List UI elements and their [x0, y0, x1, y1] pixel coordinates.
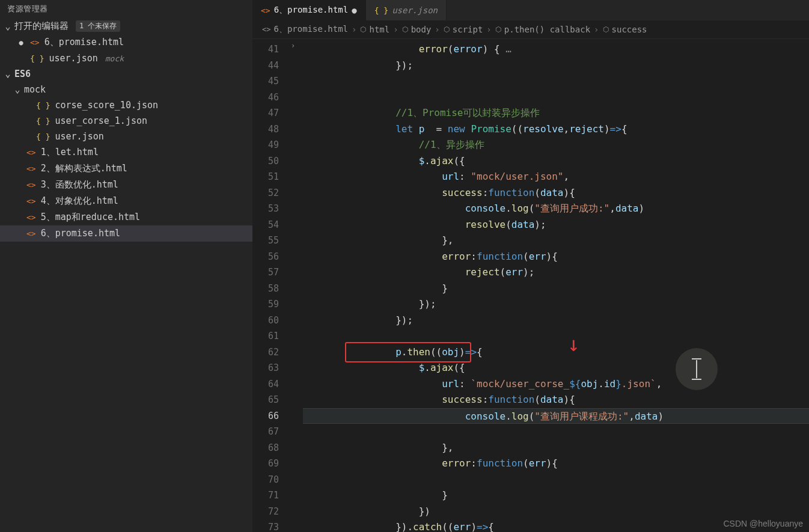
- fold-slot[interactable]: [291, 281, 303, 297]
- html-icon: <>: [26, 164, 36, 173]
- breadcrumb-item[interactable]: ⬡script: [444, 25, 483, 34]
- code-line[interactable]: },: [303, 440, 809, 456]
- file-item[interactable]: <>3、函数优化.html: [0, 177, 252, 193]
- fold-slot[interactable]: [291, 313, 303, 329]
- fold-slot[interactable]: [291, 217, 303, 233]
- fold-slot[interactable]: ›: [291, 41, 303, 58]
- code-editor[interactable]: 4144454647484950515253545556575859606162…: [252, 39, 809, 532]
- fold-slot[interactable]: [291, 264, 303, 281]
- code-line[interactable]: }: [303, 488, 809, 504]
- chevron-right-icon: ›: [392, 25, 399, 34]
- code-line[interactable]: [303, 73, 809, 90]
- fold-slot[interactable]: [291, 344, 303, 361]
- code-line[interactable]: }): [303, 504, 809, 520]
- line-number: 64: [252, 376, 291, 393]
- file-item[interactable]: <>6、promise.html: [0, 225, 252, 242]
- fold-slot[interactable]: [291, 424, 303, 440]
- fold-slot[interactable]: [291, 90, 303, 106]
- file-item[interactable]: <>2、解构表达式.html: [0, 161, 252, 177]
- file-label: 1、let.html: [41, 147, 99, 158]
- code-line[interactable]: $.ajax({: [303, 360, 809, 376]
- chevron-down-icon: ⌄: [14, 84, 20, 95]
- file-item[interactable]: { }user.json: [0, 129, 252, 144]
- fold-slot[interactable]: [291, 488, 303, 504]
- code-line[interactable]: error(error) { …: [303, 41, 809, 58]
- open-editors-section-header[interactable]: ⌄ 打开的编辑器 1 个未保存: [0, 18, 252, 34]
- open-editors-label: 打开的编辑器: [14, 20, 69, 32]
- open-editor-item[interactable]: { }user.jsonmock: [0, 50, 252, 66]
- code-line[interactable]: [303, 90, 809, 106]
- breadcrumb-item[interactable]: <>6、promise.html: [262, 24, 348, 35]
- fold-slot[interactable]: [291, 137, 303, 153]
- code-line[interactable]: $.ajax({: [303, 153, 809, 170]
- fold-slot[interactable]: [291, 408, 303, 424]
- fold-slot[interactable]: [291, 296, 303, 313]
- code-line[interactable]: success:function(data){: [303, 392, 809, 408]
- fold-slot[interactable]: [291, 121, 303, 138]
- fold-slot[interactable]: [291, 73, 303, 90]
- folder-root-header[interactable]: ⌄ ES6: [0, 66, 252, 82]
- file-item[interactable]: <>1、let.html: [0, 144, 252, 161]
- fold-slot[interactable]: [291, 169, 303, 185]
- breadcrumbs[interactable]: <>6、promise.html›⬡html›⬡body›⬡script›⬡p.…: [252, 20, 809, 39]
- code-line[interactable]: //1、异步操作: [303, 137, 809, 153]
- fold-slot[interactable]: [291, 392, 303, 408]
- code-line[interactable]: [303, 424, 809, 440]
- fold-slot[interactable]: [291, 376, 303, 393]
- editor-tab[interactable]: <>6、promise.html●: [252, 0, 366, 20]
- code-line[interactable]: });: [303, 296, 809, 313]
- fold-slot[interactable]: [291, 58, 303, 74]
- code-line[interactable]: console.log("查询用户成功:",data): [303, 201, 809, 217]
- code-line[interactable]: //1、Promise可以封装异步操作: [303, 105, 809, 121]
- code-line[interactable]: [303, 328, 809, 344]
- code-line[interactable]: console.log("查询用户课程成功:",data): [303, 408, 809, 424]
- fold-slot[interactable]: [291, 185, 303, 201]
- code-line[interactable]: p.then((obj)=>{: [303, 344, 809, 361]
- folder-mock-header[interactable]: ⌄ mock: [0, 82, 252, 97]
- fold-slot[interactable]: [291, 233, 303, 249]
- breadcrumb-item[interactable]: ⬡success: [603, 25, 647, 34]
- code-line[interactable]: url: "mock/user.json",: [303, 169, 809, 185]
- code-line[interactable]: resolve(data);: [303, 217, 809, 233]
- file-item[interactable]: { }corse_score_10.json: [0, 97, 252, 113]
- file-label: 3、函数优化.html: [41, 179, 118, 191]
- code-line[interactable]: url: `mock/user_corse_${obj.id}.json`,: [303, 376, 809, 393]
- file-item[interactable]: <>5、map和reduce.html: [0, 209, 252, 225]
- code-line[interactable]: });: [303, 58, 809, 74]
- fold-slot[interactable]: [291, 249, 303, 265]
- open-editor-item[interactable]: ●<>6、promise.html: [0, 34, 252, 50]
- file-item[interactable]: { }user_corse_1.json: [0, 113, 252, 129]
- fold-slot[interactable]: [291, 105, 303, 121]
- code-content[interactable]: error(error) { … }); //1、Promise可以封装异步操作…: [303, 39, 809, 532]
- fold-slot[interactable]: [291, 440, 303, 456]
- line-number: 54: [252, 217, 291, 233]
- fold-slot[interactable]: [291, 153, 303, 170]
- breadcrumb-item[interactable]: ⬡html: [360, 25, 389, 34]
- fold-slot[interactable]: [291, 201, 303, 217]
- breadcrumb-label: html: [369, 25, 389, 34]
- file-label: user.json: [55, 131, 103, 142]
- breadcrumb-item[interactable]: ⬡p.then() callback: [495, 25, 590, 34]
- fold-slot[interactable]: [291, 519, 303, 532]
- code-line[interactable]: reject(err);: [303, 264, 809, 281]
- file-item[interactable]: <>4、对象优化.html: [0, 193, 252, 209]
- fold-slot[interactable]: [291, 360, 303, 376]
- code-line[interactable]: success:function(data){: [303, 185, 809, 201]
- fold-column[interactable]: ›: [291, 39, 303, 532]
- code-line[interactable]: [303, 472, 809, 488]
- code-line[interactable]: }: [303, 281, 809, 297]
- fold-slot[interactable]: [291, 504, 303, 520]
- fold-slot[interactable]: [291, 472, 303, 488]
- chevron-right-icon: ›: [593, 25, 600, 34]
- breadcrumb-item[interactable]: ⬡body: [402, 25, 432, 34]
- code-line[interactable]: error:function(err){: [303, 249, 809, 265]
- fold-slot[interactable]: [291, 456, 303, 472]
- code-line[interactable]: let p = new Promise((resolve,reject)=>{: [303, 121, 809, 138]
- fold-slot[interactable]: [291, 328, 303, 344]
- code-line[interactable]: error:function(err){: [303, 456, 809, 472]
- file-hint: mock: [105, 54, 124, 63]
- code-line[interactable]: },: [303, 233, 809, 249]
- editor-tab[interactable]: { }user.json: [366, 0, 447, 20]
- line-number: 73: [252, 519, 291, 532]
- code-line[interactable]: });: [303, 313, 809, 329]
